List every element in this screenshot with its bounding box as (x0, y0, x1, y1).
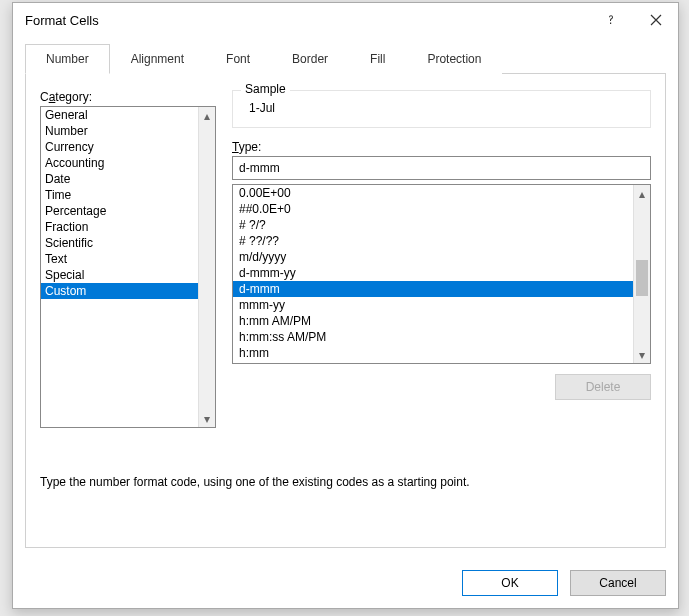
close-button[interactable] (633, 5, 678, 35)
type-item[interactable]: h:mm (233, 345, 633, 361)
sample-group: Sample 1-Jul (232, 90, 651, 128)
type-item[interactable]: # ?/? (233, 217, 633, 233)
type-label: Type: (232, 140, 651, 154)
dialog-title: Format Cells (25, 13, 588, 28)
tab-number[interactable]: Number (25, 44, 110, 74)
titlebar: Format Cells (13, 3, 678, 37)
scroll-down-icon[interactable]: ▾ (199, 410, 215, 427)
tab-font[interactable]: Font (205, 44, 271, 74)
scroll-thumb[interactable] (636, 260, 648, 296)
category-item[interactable]: Custom (41, 283, 198, 299)
number-panel: Category: GeneralNumberCurrencyAccountin… (25, 74, 666, 548)
sample-legend: Sample (241, 82, 290, 96)
category-item[interactable]: Special (41, 267, 198, 283)
cancel-button[interactable]: Cancel (570, 570, 666, 596)
tab-border[interactable]: Border (271, 44, 349, 74)
type-item[interactable]: h:mm AM/PM (233, 313, 633, 329)
sample-value: 1-Jul (245, 101, 638, 115)
help-icon (605, 14, 617, 26)
close-icon (650, 14, 662, 26)
category-item[interactable]: Time (41, 187, 198, 203)
scroll-down-icon[interactable]: ▾ (634, 346, 650, 363)
delete-button[interactable]: Delete (555, 374, 651, 400)
type-item[interactable]: m/d/yyyy (233, 249, 633, 265)
tabstrip: Number Alignment Font Border Fill Protec… (25, 43, 666, 74)
category-item[interactable]: Text (41, 251, 198, 267)
tab-protection[interactable]: Protection (406, 44, 502, 74)
type-item[interactable]: d-mmm (233, 281, 633, 297)
category-item[interactable]: Currency (41, 139, 198, 155)
type-input[interactable] (232, 156, 651, 180)
ok-button[interactable]: OK (462, 570, 558, 596)
category-item[interactable]: Fraction (41, 219, 198, 235)
type-item[interactable]: # ??/?? (233, 233, 633, 249)
type-item[interactable]: ##0.0E+0 (233, 201, 633, 217)
type-item[interactable]: h:mm:ss AM/PM (233, 329, 633, 345)
hint-text: Type the number format code, using one o… (40, 475, 470, 489)
tab-alignment[interactable]: Alignment (110, 44, 205, 74)
category-item[interactable]: Percentage (41, 203, 198, 219)
format-cells-dialog: Format Cells Number Alignment Font Borde… (12, 2, 679, 609)
category-item[interactable]: Number (41, 123, 198, 139)
type-scrollbar[interactable]: ▴ ▾ (633, 185, 650, 363)
tab-fill[interactable]: Fill (349, 44, 406, 74)
help-button[interactable] (588, 5, 633, 35)
scroll-up-icon[interactable]: ▴ (199, 107, 215, 124)
dialog-body: Number Alignment Font Border Fill Protec… (13, 37, 678, 560)
scroll-up-icon[interactable]: ▴ (634, 185, 650, 202)
category-item[interactable]: Accounting (41, 155, 198, 171)
dialog-footer: OK Cancel (462, 570, 666, 596)
category-scrollbar[interactable]: ▴ ▾ (198, 107, 215, 427)
type-item[interactable]: 0.00E+00 (233, 185, 633, 201)
category-label: Category: (40, 90, 216, 104)
type-listbox[interactable]: 0.00E+00##0.0E+0# ?/?# ??/??m/d/yyyyd-mm… (232, 184, 651, 364)
category-item[interactable]: Scientific (41, 235, 198, 251)
type-item[interactable]: d-mmm-yy (233, 265, 633, 281)
category-listbox[interactable]: GeneralNumberCurrencyAccountingDateTimeP… (40, 106, 216, 428)
titlebar-buttons (588, 5, 678, 35)
category-item[interactable]: General (41, 107, 198, 123)
scroll-thumb[interactable] (201, 124, 213, 164)
category-item[interactable]: Date (41, 171, 198, 187)
type-item[interactable]: mmm-yy (233, 297, 633, 313)
